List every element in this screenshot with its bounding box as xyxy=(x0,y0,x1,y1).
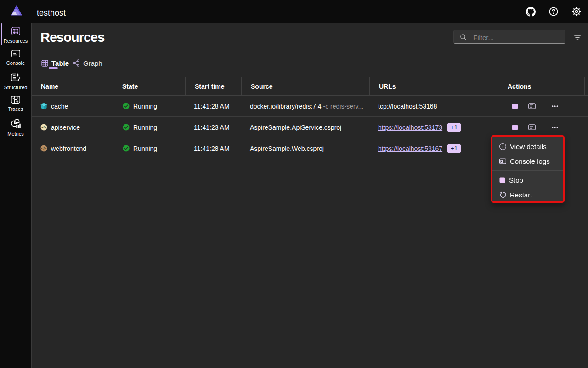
svg-text:</>: </> xyxy=(41,125,47,129)
svg-text:</>: </> xyxy=(41,146,47,150)
